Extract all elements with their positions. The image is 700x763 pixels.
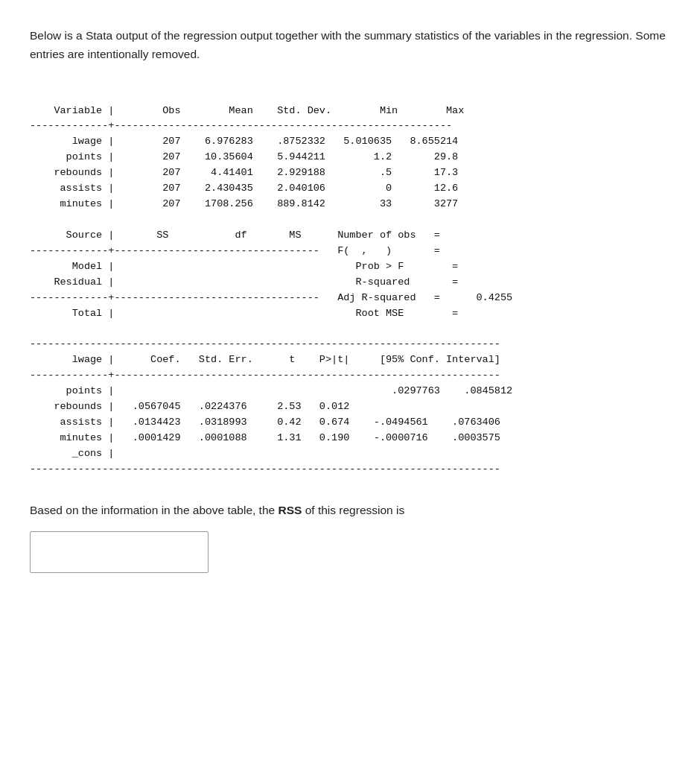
coef-row-rebounds: rebounds | .0567045 .0224376 2.53 0.012 [30, 401, 349, 412]
coef-row-minutes: minutes | .0001429 .0001088 1.31 0.190 -… [30, 432, 500, 443]
anova-total: Total | Root MSE = [30, 308, 458, 319]
summary-row-minutes: minutes | 207 1708.256 889.8142 33 3277 [30, 198, 458, 209]
coef-row-cons: _cons | [30, 448, 114, 459]
rss-bold: RSS [278, 504, 302, 516]
coef-header: lwage | Coef. Std. Err. t P>|t| [95% Con… [30, 354, 500, 365]
coef-divider2: ----------------------------------------… [30, 463, 500, 475]
answer-label: Based on the information in the above ta… [30, 501, 670, 520]
coef-blank1 [30, 323, 36, 334]
anova-blank1 [30, 214, 36, 225]
coef-row-assists: assists | .0134423 .0318993 0.42 0.674 -… [30, 417, 500, 428]
coef-row-points: points | .0297763 .0845812 [30, 385, 512, 396]
summary-divider1: -------------+--------------------------… [30, 120, 452, 131]
anova-header: Source | SS df MS Number of obs = [30, 229, 440, 241]
coef-divider1: -------------+--------------------------… [30, 370, 500, 381]
anova-model: Model | Prob > F = [30, 261, 458, 272]
anova-divider2: -------------+--------------------------… [30, 292, 512, 303]
stata-output: Variable | Obs Mean Std. Dev. Min Max --… [30, 88, 670, 478]
summary-row-lwage: lwage | 207 6.976283 .8752332 5.010635 8… [30, 136, 458, 147]
summary-row-rebounds: rebounds | 207 4.41401 2.929188 .5 17.3 [30, 167, 458, 178]
summary-row-assists: assists | 207 2.430435 2.040106 0 12.6 [30, 183, 458, 194]
summary-row-points: points | 207 10.35604 5.944211 1.2 29.8 [30, 151, 458, 162]
answer-label-before: Based on the information in the above ta… [30, 504, 278, 516]
summary-header: Variable | Obs Mean Std. Dev. Min Max [30, 105, 464, 116]
anova-divider1: -------------+--------------------------… [30, 245, 440, 256]
answer-label-after: of this regression is [302, 504, 404, 516]
anova-residual: Residual | R-squared = [30, 276, 458, 288]
coef-divider0: ----------------------------------------… [30, 338, 500, 349]
answer-input-box[interactable] [30, 531, 209, 573]
intro-paragraph: Below is a Stata output of the regressio… [30, 27, 670, 64]
